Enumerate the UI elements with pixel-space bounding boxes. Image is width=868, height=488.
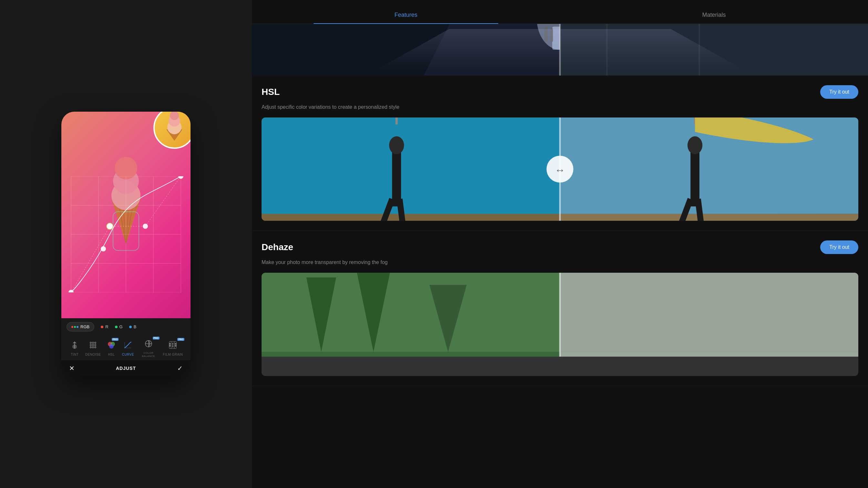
curve-label: CURVE <box>122 353 134 356</box>
svg-point-56 <box>173 343 174 344</box>
g-label: G <box>120 324 123 329</box>
photo-area <box>61 112 190 318</box>
alley-scene <box>252 24 868 75</box>
color-balance-label: COLOR BALANCE <box>139 352 158 358</box>
svg-rect-72 <box>261 118 560 214</box>
hsl-feature-title: HSL <box>261 87 280 97</box>
dehaze-feature-title: Dehaze <box>261 242 293 252</box>
tool-color-balance[interactable]: PRO COLOR BALANCE <box>139 338 158 358</box>
bottom-nav: ✕ ADJUST ✓ <box>61 360 190 376</box>
denoise-icon <box>87 339 99 351</box>
svg-rect-68 <box>545 27 548 42</box>
svg-point-58 <box>173 346 174 347</box>
phone-mockup: RGB R G B <box>61 112 190 376</box>
hsl-icon <box>105 339 117 351</box>
svg-rect-78 <box>392 147 401 206</box>
bottom-controls: RGB R G B <box>61 318 190 376</box>
svg-rect-35 <box>90 345 91 346</box>
feature-card-hsl: HSL Try it out Adjust specific color var… <box>252 75 868 231</box>
adjust-title: ADJUST <box>116 366 136 371</box>
channel-g[interactable]: G <box>115 324 123 329</box>
svg-rect-52 <box>169 344 170 345</box>
svg-point-85 <box>687 136 702 154</box>
svg-rect-69 <box>551 28 553 42</box>
confirm-button[interactable]: ✓ <box>177 364 183 372</box>
hsl-feature-desc: Adjust specific color variations to crea… <box>261 103 858 111</box>
feature-card-dehaze: Dehaze Try it out Make your photo more t… <box>252 231 868 386</box>
film-grain-icon <box>167 339 179 351</box>
tabs-header: Features Materials <box>252 0 868 24</box>
svg-rect-53 <box>169 345 170 346</box>
denoise-label: DENOISE <box>85 353 101 356</box>
tool-film-grain[interactable]: PRO <box>163 339 183 356</box>
curve-icon <box>122 339 134 351</box>
svg-rect-66 <box>560 24 868 75</box>
channel-selector: RGB R G B <box>61 318 190 335</box>
tool-curve[interactable]: CURVE <box>122 339 134 356</box>
svg-point-31 <box>73 345 76 349</box>
channel-r[interactable]: R <box>101 324 108 329</box>
preview-strip <box>252 24 868 75</box>
hsl-feature-header: HSL Try it out <box>261 85 858 99</box>
tool-denoise[interactable]: DENOISE <box>85 339 101 356</box>
r-label: R <box>105 324 108 329</box>
close-button[interactable]: ✕ <box>69 364 74 372</box>
svg-rect-70 <box>606 24 608 75</box>
svg-rect-97 <box>261 352 560 357</box>
r-dot <box>101 326 103 328</box>
svg-text:↔: ↔ <box>555 164 565 176</box>
svg-rect-96 <box>261 273 560 352</box>
tab-materials[interactable]: Materials <box>560 6 868 24</box>
rgb-button[interactable]: RGB <box>66 322 94 331</box>
dehaze-try-button[interactable]: Try it out <box>820 240 858 254</box>
svg-rect-32 <box>90 342 91 344</box>
svg-rect-37 <box>95 345 96 346</box>
dot-red <box>71 326 73 328</box>
svg-point-26 <box>178 176 183 179</box>
hsl-label: HSL <box>108 353 115 356</box>
film-grain-label: FILM GRAIN <box>163 353 183 356</box>
svg-rect-84 <box>690 147 700 206</box>
svg-point-22 <box>68 290 73 292</box>
g-dot <box>115 326 118 328</box>
svg-rect-71 <box>699 24 700 75</box>
svg-rect-39 <box>92 347 94 348</box>
tint-label: TINT <box>71 353 79 356</box>
svg-point-79 <box>389 136 404 154</box>
dehaze-feature-header: Dehaze Try it out <box>261 240 858 254</box>
tool-hsl[interactable]: PRO HSL <box>105 339 117 356</box>
svg-rect-55 <box>175 345 176 346</box>
color-balance-pro-badge: PRO <box>153 337 159 339</box>
hsl-preview: ↔ After Before <box>261 118 858 221</box>
film-grain-pro-badge: PRO <box>177 338 184 341</box>
color-balance-icon <box>143 338 154 350</box>
channel-b[interactable]: B <box>129 324 136 329</box>
svg-rect-34 <box>95 342 96 344</box>
svg-point-7 <box>115 157 137 180</box>
svg-rect-75 <box>560 214 858 221</box>
b-label: B <box>134 324 136 329</box>
svg-rect-54 <box>175 344 176 345</box>
svg-line-87 <box>698 199 702 221</box>
svg-rect-36 <box>92 345 94 346</box>
svg-rect-38 <box>90 347 91 348</box>
tool-tint[interactable]: TINT <box>69 339 81 356</box>
b-dot <box>129 326 132 328</box>
hsl-try-button[interactable]: Try it out <box>820 85 858 99</box>
tools-row: TINT <box>61 335 190 360</box>
features-scroll[interactable]: HSL Try it out Adjust specific color var… <box>252 75 868 488</box>
rgb-label: RGB <box>81 324 89 329</box>
svg-line-81 <box>399 199 403 221</box>
tab-features[interactable]: Features <box>252 6 560 24</box>
svg-point-43 <box>109 344 114 349</box>
svg-rect-61 <box>252 24 560 75</box>
dot-blue <box>76 326 79 328</box>
hsl-pro-badge: PRO <box>112 338 119 341</box>
right-panel: Features Materials <box>252 0 868 488</box>
dot-green <box>74 326 76 328</box>
svg-rect-65 <box>552 27 568 50</box>
svg-rect-40 <box>95 347 96 348</box>
dehaze-preview: After Before <box>261 273 858 376</box>
svg-rect-33 <box>92 342 94 344</box>
dehaze-feature-desc: Make your photo more transparent by remo… <box>261 259 858 266</box>
